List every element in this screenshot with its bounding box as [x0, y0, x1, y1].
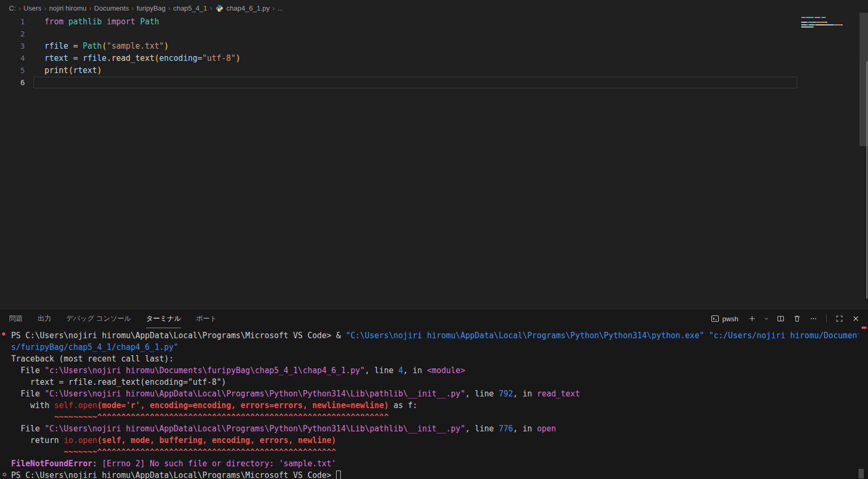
- terminal-text: rtext = rfile.read_text(encoding="utf-8"…: [11, 377, 226, 387]
- panel-tab-debug-console[interactable]: デバッグ コンソール: [66, 309, 131, 328]
- panel-tab-output[interactable]: 出力: [38, 309, 51, 328]
- terminal[interactable]: PS C:\Users\nojiri hiromu\AppData\Local\…: [0, 328, 858, 479]
- terminal-cursor: [336, 471, 341, 479]
- minimap-token: [812, 26, 813, 28]
- terminal-text: , line: [465, 389, 499, 399]
- terminal-text: PS C:\Users\nojiri hiromu\AppData\Local\…: [11, 471, 336, 479]
- terminal-row: File "c:\Users\nojiri hiromu\Documents\f…: [11, 365, 858, 376]
- shell-label: pwsh: [722, 315, 738, 323]
- minimap-token: [801, 22, 807, 23]
- terminal-text: , in: [513, 424, 537, 433]
- python-file-icon: [215, 4, 223, 12]
- editor-code-area[interactable]: 1from pathlib import Path23rfile = Path(…: [0, 16, 799, 89]
- terminal-text: with: [11, 401, 54, 410]
- close-panel-button[interactable]: [850, 313, 862, 324]
- breadcrumb-item[interactable]: C:: [9, 4, 16, 12]
- terminal-text: , in: [403, 366, 427, 375]
- maximize-panel-button[interactable]: [834, 313, 845, 324]
- minimap-line: [801, 26, 854, 28]
- terminal-row: with self.open(mode='r', encoding=encodi…: [11, 400, 858, 411]
- terminal-text: return: [11, 436, 64, 445]
- minimap-token: [816, 24, 825, 25]
- breadcrumb-item[interactable]: Documents: [94, 4, 129, 12]
- new-terminal-button[interactable]: [746, 313, 758, 324]
- editor-line[interactable]: 3rfile = Path("sample.txt"): [0, 40, 799, 52]
- editor-line[interactable]: 1from pathlib import Path: [0, 16, 799, 28]
- breadcrumb-separator: ›: [210, 4, 212, 12]
- code-token: "sample.txt": [106, 41, 164, 51]
- breadcrumb-item[interactable]: chap5_4_1: [173, 4, 207, 12]
- more-actions-button[interactable]: [808, 313, 819, 324]
- code-token: (: [155, 53, 159, 63]
- terminal-text: [704, 331, 709, 340]
- panel-tab-problems[interactable]: 問題: [9, 309, 23, 328]
- active-terminal-button[interactable]: pwsh: [711, 314, 738, 323]
- terminal-row: ~~~~~~~^^^^^^^^^^^^^^^^^^^^^^^^^^^^^^^^^…: [11, 446, 858, 458]
- code-token: Path: [140, 17, 159, 26]
- breadcrumb-item[interactable]: furipyBag: [137, 4, 166, 12]
- editor-line[interactable]: 2: [0, 28, 799, 40]
- current-line-highlight: [33, 77, 797, 88]
- editor-line[interactable]: 4rtext = rfile.read_text(encoding="utf-8…: [0, 52, 799, 65]
- breadcrumb-separator: ›: [132, 4, 134, 12]
- command-error-decoration[interactable]: [2, 332, 5, 336]
- panel-tabs: 問題出力デバッグ コンソールターミナルポート: [0, 309, 217, 328]
- terminal-text: as f:: [388, 401, 417, 410]
- line-number: 3: [0, 40, 25, 52]
- terminal-shell-icon: [711, 314, 719, 323]
- terminal-text: File: [11, 424, 44, 433]
- code-line: print(rtext): [25, 65, 102, 77]
- command-prompt-decoration[interactable]: [3, 473, 6, 476]
- terminal-launch-dropdown[interactable]: [763, 313, 770, 324]
- line-number: 1: [0, 16, 25, 28]
- panel-tab-ports[interactable]: ポート: [196, 309, 217, 328]
- terminal-text: <module>: [427, 366, 465, 375]
- terminal-row: FileNotFoundError: [Errno 2] No such fil…: [11, 458, 858, 469]
- minimap-token: [801, 24, 807, 25]
- code-line: rtext = rfile.read_text(encoding="utf-8"…: [25, 52, 240, 65]
- breadcrumb-item[interactable]: Users: [23, 4, 41, 12]
- terminal-text: io.open: [64, 436, 97, 445]
- breadcrumb-item[interactable]: nojiri hiromu: [49, 4, 87, 12]
- minimap-token: [801, 17, 806, 18]
- code-token: ): [97, 66, 102, 75]
- kill-terminal-button[interactable]: [791, 313, 803, 324]
- editor-line[interactable]: 6: [0, 77, 799, 89]
- breadcrumb-separator: ›: [44, 4, 46, 12]
- toolbar-divider: [826, 314, 827, 323]
- editor-line[interactable]: 5print(rtext): [0, 65, 799, 77]
- minimap-token: [815, 17, 820, 18]
- minimap-token: [806, 17, 813, 18]
- minimap-token: [835, 24, 842, 25]
- terminal-text: ~~~~~~~^^^^^^^^^^^^^^^^^^^^^^^^^^^^^^^^^…: [11, 447, 336, 457]
- breadcrumb: C:›Users›nojiri hiromu›Documents›furipyB…: [0, 0, 868, 16]
- panel-tab-terminal[interactable]: ターミナル: [146, 309, 181, 328]
- terminal-scrollbar-slider[interactable]: [858, 469, 864, 478]
- code-token: encoding: [159, 53, 197, 63]
- breadcrumb-file[interactable]: chap4_6_1.py: [227, 4, 270, 12]
- terminal-text: 792: [499, 389, 513, 399]
- terminal-text: , line: [365, 366, 398, 375]
- minimap[interactable]: [801, 17, 854, 32]
- code-token: =: [68, 53, 83, 63]
- code-token: Path: [83, 41, 102, 51]
- terminal-text: s/furipyBag/chap5_4_1/chap4_6_1.py": [11, 342, 178, 352]
- code-token: ): [164, 41, 169, 51]
- code-token: [135, 17, 140, 26]
- panel-tabbar: 問題出力デバッグ コンソールターミナルポート pwsh: [0, 309, 868, 328]
- terminal-row: PS C:\Users\nojiri hiromu\AppData\Local\…: [11, 469, 858, 479]
- code-token: rtext: [44, 53, 68, 63]
- code-token: =: [197, 53, 202, 63]
- terminal-text: open: [537, 424, 556, 433]
- terminal-text: File: [11, 366, 44, 375]
- terminal-text: PS C:\Users\nojiri hiromu\AppData\Local\…: [11, 331, 346, 340]
- terminal-text: :: [93, 459, 102, 468]
- minimap-token: [807, 26, 812, 28]
- breadcrumb-symbol-trailing[interactable]: ...: [277, 4, 283, 12]
- code-token: read_text: [111, 53, 154, 63]
- terminal-text: "C:\Users\nojiri hiromu\AppData\Local\Pr…: [44, 389, 465, 399]
- breadcrumb-separator: ›: [168, 4, 170, 12]
- minimap-token: [842, 24, 843, 25]
- terminal-text: 776: [499, 424, 513, 433]
- split-terminal-button[interactable]: [775, 313, 786, 324]
